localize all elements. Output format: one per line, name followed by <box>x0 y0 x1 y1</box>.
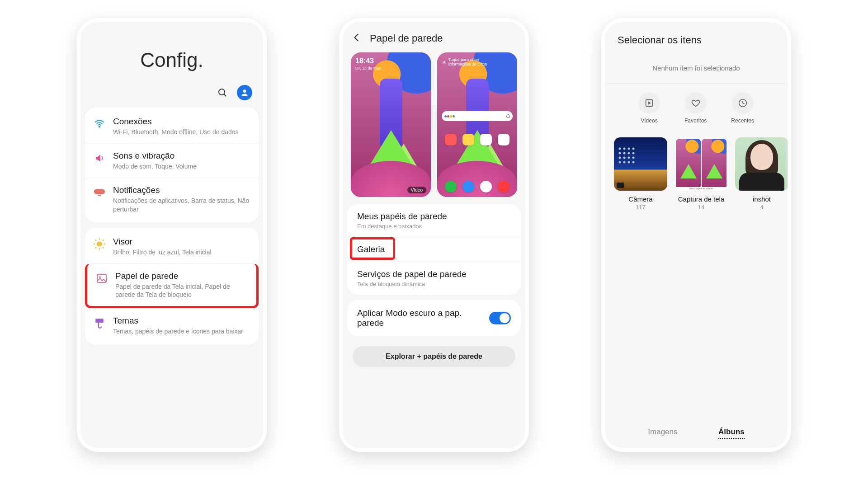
google-search-widget <box>442 111 513 121</box>
item-subtitle: Papel de parede da Tela inicial, Papel d… <box>115 282 248 299</box>
source-gallery[interactable]: Galeria <box>347 237 521 262</box>
home-dock-row <box>442 181 513 192</box>
item-title: Visor <box>113 237 212 247</box>
phone-settings: Config. Conexões Wi-Fi, Bluetooth, Modo … <box>77 18 267 452</box>
lock-time: 18:43 <box>355 57 374 65</box>
svg-point-3 <box>99 126 100 127</box>
wallpaper-header: Papel de parede <box>343 22 525 52</box>
album-thumbnail: Meus papéis de parede <box>675 137 728 191</box>
notifications-icon <box>93 186 106 199</box>
item-title: Papel de parede <box>115 271 248 281</box>
album-thumbnail <box>735 137 788 191</box>
settings-item-wallpaper[interactable]: Papel de parede Papel de parede da Tela … <box>85 263 259 308</box>
svg-point-2 <box>243 89 246 93</box>
item-title: Notificações <box>113 185 250 195</box>
video-badge: Vídeo <box>407 187 426 193</box>
clock-icon <box>732 92 754 114</box>
svg-line-13 <box>95 247 96 248</box>
settings-header: Config. <box>80 22 263 85</box>
svg-marker-18 <box>648 101 651 104</box>
filter-recent[interactable]: Recentes <box>731 92 754 124</box>
item-subtitle: Modo de som, Toque, Volume <box>113 162 197 170</box>
settings-item-sounds[interactable]: Sons e vibração Modo de som, Toque, Volu… <box>85 143 259 178</box>
album-grid: Câmera 117 Meus papéis de parede Captura… <box>605 127 788 211</box>
svg-rect-5 <box>98 195 101 196</box>
settings-group-1: Conexões Wi-Fi, Bluetooth, Modo offline,… <box>85 108 259 222</box>
dark-mode-card: Aplicar Modo escuro a pap. parede <box>347 300 521 336</box>
filter-row: Vídeos Favoritos Recentes <box>605 92 788 127</box>
item-subtitle: Temas, papéis de parede e ícones para ba… <box>113 327 243 335</box>
album-inshot[interactable]: inshot 4 <box>735 137 788 211</box>
homescreen-preview[interactable]: ☀ Toque para obter informações do clima <box>437 52 517 197</box>
play-icon <box>638 92 660 114</box>
source-services[interactable]: Serviços de papel de parede Tela de bloq… <box>347 262 521 295</box>
tab-images[interactable]: Imagens <box>648 427 677 439</box>
svg-point-6 <box>97 241 102 247</box>
settings-item-themes[interactable]: Temas Temas, papéis de parede e ícones p… <box>85 308 259 343</box>
sun-icon <box>93 238 106 250</box>
item-subtitle: Brilho, Filtro de luz azul, Tela inicial <box>113 248 212 256</box>
filter-favorites[interactable]: Favoritos <box>684 92 707 124</box>
bottom-tabs: Imagens Álbuns <box>605 427 788 439</box>
empty-state-text: Nenhum item foi selecionado <box>605 49 788 84</box>
toggle-switch[interactable] <box>489 312 511 324</box>
item-subtitle: Notificações de aplicativos, Barra de st… <box>113 197 250 213</box>
wifi-icon <box>93 117 106 130</box>
svg-line-12 <box>103 247 104 248</box>
settings-item-notifications[interactable]: Notificações Notificações de aplicativos… <box>85 178 259 220</box>
svg-line-11 <box>95 239 96 240</box>
svg-line-1 <box>224 94 226 96</box>
phone-gallery-picker: Selecionar os itens Nenhum item foi sele… <box>601 18 791 452</box>
svg-rect-4 <box>94 189 105 194</box>
svg-line-14 <box>103 239 104 240</box>
item-title: Sons e vibração <box>113 151 197 161</box>
dark-mode-toggle-row[interactable]: Aplicar Modo escuro a pap. parede <box>347 300 521 336</box>
lockscreen-preview[interactable]: 18:43 ter, 18 de maio Vídeo <box>351 52 431 197</box>
tab-albums[interactable]: Álbuns <box>718 427 745 439</box>
explore-wallpapers-button[interactable]: Explorar + papéis de parede <box>353 346 515 367</box>
item-title: Conexões <box>113 117 239 127</box>
wallpaper-previews: 18:43 ter, 18 de maio Vídeo ☀ Toque para… <box>343 52 525 204</box>
picture-icon <box>95 272 108 285</box>
album-camera[interactable]: Câmera 117 <box>614 137 667 211</box>
album-thumbnail <box>614 137 667 191</box>
album-screenshots[interactable]: Meus papéis de parede Captura de tela 14 <box>675 137 728 211</box>
divider <box>605 84 788 84</box>
item-title: Temas <box>113 316 243 326</box>
lock-date: ter, 18 de maio <box>355 66 382 70</box>
profile-avatar[interactable] <box>237 85 252 100</box>
settings-group-2: Visor Brilho, Filtro de luz azul, Tela i… <box>85 228 259 345</box>
settings-item-display[interactable]: Visor Brilho, Filtro de luz azul, Tela i… <box>85 230 259 263</box>
back-icon[interactable] <box>352 33 362 44</box>
home-app-row <box>442 134 513 145</box>
svg-point-16 <box>99 276 101 278</box>
source-my-wallpapers[interactable]: Meus papéis de parede Em destaque e baix… <box>347 204 521 237</box>
wallpaper-sources: Meus papéis de parede Em destaque e baix… <box>347 204 521 295</box>
phone-wallpaper: Papel de parede 18:43 ter, 18 de maio Ví… <box>339 18 529 452</box>
weather-widget: ☀ Toque para obter informações do clima <box>442 58 498 67</box>
svg-point-0 <box>219 89 225 95</box>
page-title: Papel de parede <box>370 33 443 44</box>
page-title: Selecionar os itens <box>605 22 788 49</box>
filter-videos[interactable]: Vídeos <box>638 92 660 124</box>
settings-toolbar <box>80 85 263 108</box>
settings-item-connections[interactable]: Conexões Wi-Fi, Bluetooth, Modo offline,… <box>85 109 259 143</box>
brush-icon <box>93 317 106 329</box>
video-indicator-icon <box>617 183 624 188</box>
page-title: Config. <box>99 49 245 71</box>
search-icon[interactable] <box>217 87 228 98</box>
sound-icon <box>93 152 106 164</box>
item-subtitle: Wi-Fi, Bluetooth, Modo offline, Uso de d… <box>113 128 239 136</box>
heart-icon <box>685 92 707 114</box>
